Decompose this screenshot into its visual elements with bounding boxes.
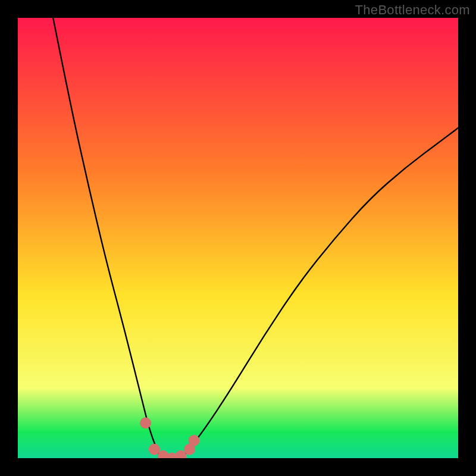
gradient-background: [18, 18, 458, 458]
plot-area: [18, 18, 458, 458]
optimal-marker: [140, 418, 151, 428]
optimal-marker: [189, 435, 199, 446]
bottleneck-chart: [18, 18, 458, 458]
watermark-text: TheBottleneck.com: [355, 2, 470, 18]
optimal-marker: [149, 444, 159, 455]
outer-frame: TheBottleneck.com: [0, 0, 476, 476]
